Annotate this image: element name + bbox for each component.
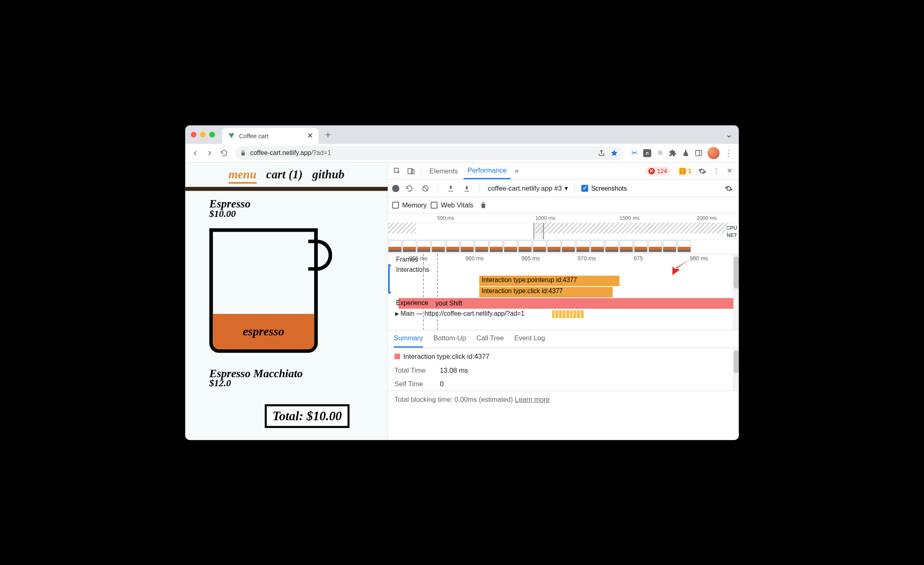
upload-icon[interactable] [445, 182, 457, 194]
scissors-ext-icon[interactable]: ✂ [630, 149, 639, 157]
more-tabs-icon[interactable]: » [512, 166, 521, 175]
blocking-time-text: Total blocking time: 0.00ms (estimated) [394, 396, 513, 403]
timeline-overview[interactable]: 500 ms 1000 ms 1500 ms 2000 ms CPU NET [388, 213, 739, 239]
close-window-icon[interactable] [191, 132, 196, 137]
screenshots-checkbox[interactable]: Screenshots [581, 185, 627, 192]
interaction-bar[interactable]: Interaction type:pointerup id:4377 [479, 276, 619, 286]
web-vitals-checkbox[interactable]: Web Vitals [431, 201, 473, 209]
devtools-settings-icon[interactable] [696, 165, 708, 177]
screenshot-thumb[interactable] [677, 240, 691, 252]
tab-elements[interactable]: Elements [426, 163, 462, 178]
filmstrip[interactable] [388, 239, 739, 254]
flame-scrollbar[interactable] [733, 254, 739, 330]
screenshots-label: Screenshots [591, 185, 627, 192]
devtools: Elements Performance » ✕124 !1 ⋮ ✕ [388, 162, 739, 440]
download-icon[interactable] [461, 182, 473, 194]
memory-checkbox[interactable]: Memory [392, 201, 427, 209]
svg-rect-0 [696, 150, 702, 155]
window-controls[interactable] [191, 132, 215, 137]
net-label: NET [727, 232, 737, 238]
perf-settings-icon[interactable] [723, 182, 735, 194]
screenshot-thumb[interactable] [417, 240, 430, 252]
overview-selection[interactable] [534, 223, 544, 239]
tab-event-log[interactable]: Event Log [514, 334, 545, 347]
screenshot-thumb[interactable] [518, 240, 532, 252]
errors-badge[interactable]: ✕124 [645, 166, 671, 175]
screenshot-thumb[interactable] [475, 240, 488, 252]
tab-performance[interactable]: Performance [464, 162, 511, 179]
tab-bottom-up[interactable]: Bottom-Up [433, 334, 466, 347]
disclosure-triangle-icon[interactable]: ▶ [395, 311, 399, 317]
nav-github-link[interactable]: github [312, 167, 344, 183]
extensions-puzzle-icon[interactable] [669, 149, 677, 157]
screenshot-thumb[interactable] [489, 240, 503, 252]
tab-overflow-icon[interactable]: ⌄ [726, 130, 733, 139]
chrome-menu-icon[interactable]: ⋮ [724, 149, 733, 157]
experience-track[interactable]: Experience yout Shift [398, 298, 733, 308]
overview-graph[interactable]: CPU NET [388, 223, 739, 239]
back-button[interactable] [189, 147, 201, 159]
overview-ruler: 500 ms 1000 ms 1500 ms 2000 ms [388, 213, 739, 223]
tab-summary[interactable]: Summary [394, 334, 423, 347]
bookmark-star-icon[interactable] [610, 149, 619, 157]
screenshot-thumb[interactable] [663, 240, 676, 252]
screenshot-thumb[interactable] [403, 240, 416, 252]
screenshot-thumb[interactable] [547, 240, 561, 252]
perf-options-row: Memory Web Vitals [388, 197, 739, 213]
interaction-bar[interactable]: Interaction type:click id:4377 [479, 287, 612, 297]
profile-avatar[interactable] [708, 147, 719, 159]
recording-select[interactable]: coffee-cart.netlify.app #3 ▾ [488, 184, 568, 192]
vue-favicon-icon [228, 132, 235, 139]
product-image[interactable]: espresso [209, 228, 388, 353]
devtools-menu-icon[interactable]: ⋮ [710, 165, 722, 177]
track-interactions-label: Interactions [396, 266, 429, 273]
summary-scrollbar[interactable] [733, 348, 739, 390]
nav-menu-link[interactable]: menu [228, 167, 257, 183]
screenshot-thumb[interactable] [562, 240, 575, 252]
notion-ext-icon[interactable]: n [643, 149, 651, 157]
screenshot-thumb[interactable] [446, 240, 460, 252]
garbage-collect-icon[interactable] [477, 199, 489, 211]
chevron-down-icon: ▾ [564, 184, 568, 192]
screenshot-thumb[interactable] [432, 240, 445, 252]
screenshot-thumb[interactable] [388, 240, 402, 252]
screenshot-thumb[interactable] [634, 240, 647, 252]
snowflake-ext-icon[interactable]: ※ [656, 149, 664, 157]
flask-ext-icon[interactable] [682, 149, 690, 157]
screenshot-thumb[interactable] [591, 240, 604, 252]
record-button-icon[interactable] [392, 185, 399, 192]
tab-call-tree[interactable]: Call Tree [476, 334, 504, 347]
screenshot-thumb[interactable] [619, 240, 633, 252]
forward-button[interactable] [204, 147, 216, 159]
screenshot-thumb[interactable] [460, 240, 474, 252]
screenshot-thumb[interactable] [605, 240, 619, 252]
maximize-window-icon[interactable] [209, 132, 215, 137]
new-tab-button[interactable]: ＋ [321, 128, 335, 141]
warnings-badge[interactable]: !1 [676, 166, 694, 175]
device-toolbar-icon[interactable] [405, 165, 417, 177]
share-icon[interactable] [597, 149, 605, 157]
screenshot-thumb[interactable] [576, 240, 589, 252]
screenshot-thumb[interactable] [504, 240, 517, 252]
minimize-window-icon[interactable] [200, 132, 206, 137]
inspect-element-icon[interactable] [391, 165, 403, 177]
close-tab-icon[interactable]: ✕ [307, 132, 313, 139]
legend-swatch-icon [394, 353, 400, 359]
screenshot-thumb[interactable] [533, 240, 546, 252]
reload-button[interactable] [218, 147, 230, 159]
side-panel-icon[interactable] [694, 149, 703, 157]
total-time-value: 13.08 ms [440, 366, 468, 374]
tick-label: 500 ms [437, 215, 454, 221]
address-bar[interactable]: coffee-cart.netlify.app/?ad=1 [235, 146, 623, 159]
reload-record-icon[interactable] [403, 182, 415, 194]
clear-icon[interactable] [419, 182, 431, 194]
flame-chart[interactable]: 955 ms 960 ms 965 ms 970 ms 975 980 ms 3… [388, 254, 739, 330]
nav-cart-link[interactable]: cart (1) [266, 167, 303, 183]
screenshot-thumb[interactable] [649, 240, 662, 252]
summary-panel: Interaction type:click id:4377 Total Tim… [388, 348, 739, 390]
devtools-close-icon[interactable]: ✕ [724, 165, 735, 177]
cart-total-badge[interactable]: Total: $10.00 [265, 404, 350, 428]
learn-more-link[interactable]: Learn more [515, 396, 550, 403]
tab-coffee-cart[interactable]: Coffee cart ✕ [222, 128, 319, 144]
annotation-arrow-icon [665, 255, 693, 277]
